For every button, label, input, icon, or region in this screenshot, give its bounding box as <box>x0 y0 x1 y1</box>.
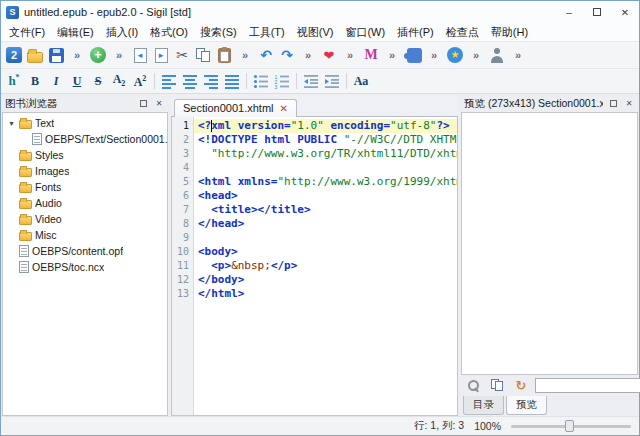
title-bar[interactable]: S untitled.epub - epub2.0 - Sigil [std] … <box>1 1 639 23</box>
add-existing-files-button[interactable]: + <box>88 45 108 65</box>
menu-item[interactable]: 插入(I) <box>100 23 144 42</box>
book-browser-tree[interactable]: ▾TextOEBPS/Text/Section0001.xhtmlStylesI… <box>2 112 168 416</box>
bold-button[interactable]: B <box>25 71 45 91</box>
align-justify-button[interactable] <box>222 71 242 91</box>
float-panel-button[interactable] <box>137 98 149 110</box>
align-center-button[interactable] <box>180 71 200 91</box>
code-line[interactable] <box>194 161 457 175</box>
change-case-button[interactable]: Aa <box>351 71 371 91</box>
refresh-preview-button[interactable]: ↻ <box>511 376 531 396</box>
undo-button[interactable]: ↶ <box>256 45 276 65</box>
code-editor[interactable]: 12345678910111213 <?xml version="1.0" en… <box>171 117 458 416</box>
code-line[interactable] <box>194 231 457 245</box>
tree-item[interactable]: OEBPS/Text/Section0001.xhtml <box>3 131 167 147</box>
user-group-overflow-chevron[interactable]: » <box>508 45 528 65</box>
zoom-slider-handle[interactable] <box>565 420 574 432</box>
tab-section0001[interactable]: Section0001.xhtml ✕ <box>174 99 297 117</box>
tree-item[interactable]: Fonts <box>3 179 167 195</box>
tree-item[interactable]: Misc <box>3 227 167 243</box>
menu-item[interactable]: 工具(T) <box>243 23 291 42</box>
cut-button[interactable]: ✂ <box>172 45 192 65</box>
tab-close-icon[interactable]: ✕ <box>280 103 288 114</box>
heading-button[interactable]: h* <box>4 71 24 91</box>
insert-split-marker-button[interactable]: ◂ <box>130 45 150 65</box>
code-line[interactable]: <?xml version="1.0" encoding="utf-8"?> <box>194 119 457 133</box>
file-group-overflow-chevron[interactable]: » <box>67 45 87 65</box>
line-number: 6 <box>172 189 193 203</box>
redo-button[interactable]: ↷ <box>277 45 297 65</box>
tree-item[interactable]: Images <box>3 163 167 179</box>
menu-item[interactable]: 插件(P) <box>391 23 440 42</box>
zoom-slider[interactable] <box>511 420 631 432</box>
maximize-button[interactable] <box>583 1 611 23</box>
underline-button[interactable]: U <box>67 71 87 91</box>
plugins-puzzle-button[interactable] <box>403 45 423 65</box>
code-line[interactable]: <!DOCTYPE html PUBLIC "-//W3C//DTD XHTML… <box>194 133 457 147</box>
code-line[interactable]: <p>&nbsp;</p> <box>194 259 457 273</box>
copy-button[interactable] <box>193 45 213 65</box>
donate-heart-button[interactable]: ❤ <box>319 45 339 65</box>
tree-item[interactable]: Styles <box>3 147 167 163</box>
menu-item[interactable]: 文件(F) <box>3 23 51 42</box>
code-line[interactable]: </head> <box>194 217 457 231</box>
add-group-overflow-chevron[interactable]: » <box>109 45 129 65</box>
editor-tab-bar[interactable]: Section0001.xhtml ✕ <box>171 95 458 117</box>
menu-item[interactable]: 窗口(W) <box>339 23 391 42</box>
menu-item[interactable]: 编辑(E) <box>51 23 100 42</box>
tab-toc[interactable]: 目录 <box>463 396 504 415</box>
menu-item[interactable]: 搜索(S) <box>194 23 243 42</box>
minimize-button[interactable]: – <box>555 1 583 23</box>
align-left-button[interactable] <box>159 71 179 91</box>
code-line[interactable]: <head> <box>194 189 457 203</box>
subscript-button[interactable]: A2 <box>109 71 129 91</box>
donate-group-overflow-chevron[interactable]: » <box>340 45 360 65</box>
outdent-button[interactable] <box>301 71 321 91</box>
menu-item[interactable]: 检查点 <box>440 23 485 42</box>
split-at-cursor-button[interactable]: ▸ <box>151 45 171 65</box>
tree-item[interactable]: OEBPS/toc.ncx <box>3 259 167 275</box>
metadata-group-overflow-chevron[interactable]: » <box>382 45 402 65</box>
undo-group-overflow-chevron[interactable]: » <box>298 45 318 65</box>
open-file-button[interactable] <box>25 45 45 65</box>
tree-item[interactable]: Video <box>3 211 167 227</box>
paste-button[interactable] <box>214 45 234 65</box>
code-line[interactable]: <body> <box>194 245 457 259</box>
align-right-button[interactable] <box>201 71 221 91</box>
expand-arrow-icon[interactable]: ▾ <box>7 119 16 128</box>
code-line[interactable]: "http://www.w3.org/TR/xhtml11/DTD/xhtml1… <box>194 147 457 161</box>
close-preview-button[interactable]: ✕ <box>623 98 635 110</box>
superscript-button[interactable]: A2 <box>130 71 150 91</box>
code-line[interactable]: </html> <box>194 287 457 301</box>
tree-item[interactable]: OEBPS/content.opf <box>3 243 167 259</box>
preview-viewport[interactable] <box>461 112 638 375</box>
tab-preview[interactable]: 预览 <box>506 396 547 415</box>
new-epub2-button[interactable]: 2 <box>4 45 24 65</box>
checkpoint-star-button[interactable]: ★ <box>445 45 465 65</box>
copy-selection-button[interactable] <box>487 376 507 396</box>
bullet-list-button[interactable] <box>251 71 271 91</box>
menu-item[interactable]: 格式(O) <box>144 23 194 42</box>
code-area[interactable]: <?xml version="1.0" encoding="utf-8"?><!… <box>194 117 457 415</box>
close-panel-button[interactable]: ✕ <box>153 98 165 110</box>
plugins-group-overflow-chevron[interactable]: » <box>424 45 444 65</box>
preview-find-input[interactable] <box>535 378 640 393</box>
code-line[interactable]: <html xmlns="http://www.w3.org/1999/xhtm… <box>194 175 457 189</box>
code-line[interactable]: <title></title> <box>194 203 457 217</box>
metadata-editor-button[interactable]: M <box>361 45 381 65</box>
close-button[interactable]: ✕ <box>611 1 639 23</box>
float-preview-button[interactable] <box>607 98 619 110</box>
indent-button[interactable] <box>322 71 342 91</box>
italic-button[interactable]: I <box>46 71 66 91</box>
inspect-button[interactable] <box>463 376 483 396</box>
menu-item[interactable]: 视图(V) <box>291 23 340 42</box>
save-button[interactable] <box>46 45 66 65</box>
checkpoint-group-overflow-chevron[interactable]: » <box>466 45 486 65</box>
code-line[interactable]: </body> <box>194 273 457 287</box>
strikethrough-button[interactable]: S <box>88 71 108 91</box>
numbered-list-button[interactable]: 123 <box>272 71 292 91</box>
tree-item[interactable]: Audio <box>3 195 167 211</box>
edit-group-overflow-chevron[interactable]: » <box>235 45 255 65</box>
tree-item[interactable]: ▾Text <box>3 115 167 131</box>
user-accounts-button[interactable] <box>487 45 507 65</box>
menu-item[interactable]: 帮助(H) <box>485 23 534 42</box>
